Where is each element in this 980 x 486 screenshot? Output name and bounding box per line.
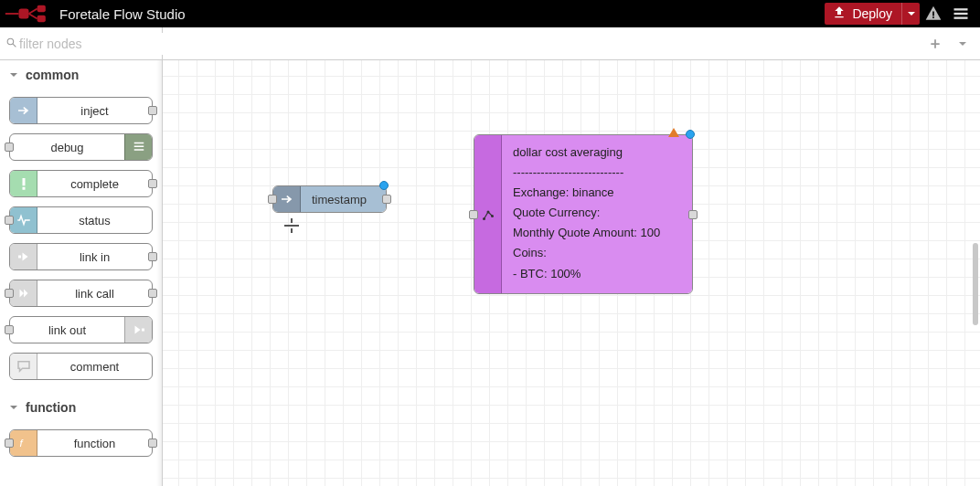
add-flow-button[interactable] (923, 32, 947, 56)
category-header-common[interactable]: common (0, 60, 162, 90)
deploy-icon (832, 5, 847, 23)
app-header: Foretale Flow Studio Deploy (0, 0, 980, 27)
bars-icon (124, 134, 152, 160)
palette-node-label: inject (37, 104, 152, 118)
svg-line-2 (29, 9, 37, 15)
deploy-button[interactable]: Deploy (825, 3, 920, 25)
port-in[interactable] (5, 438, 14, 448)
svg-rect-14 (133, 146, 144, 148)
fx-icon: f (10, 430, 37, 456)
svg-rect-13 (133, 143, 144, 144)
svg-rect-8 (954, 8, 968, 10)
search-icon (5, 36, 17, 52)
node-warning-icon (668, 128, 679, 137)
flow-canvas[interactable]: timestamp dollar cost averaging --------… (163, 60, 980, 486)
palette-node-label: link out (10, 323, 124, 337)
main-menu-icon[interactable] (947, 5, 975, 23)
node-dca[interactable]: dollar cost averaging ------------------… (474, 134, 693, 294)
svg-text:f: f (19, 438, 24, 449)
port-out[interactable] (148, 438, 157, 448)
category-label: function (26, 400, 76, 415)
palette-node-label: comment (37, 360, 152, 374)
palette-filter-wrap (0, 27, 163, 59)
port-in[interactable] (5, 325, 14, 334)
category-header-function[interactable]: function (0, 393, 162, 422)
alerts-icon[interactable] (920, 5, 947, 23)
palette-node-status[interactable]: status (9, 206, 153, 234)
svg-rect-15 (133, 149, 144, 151)
palette-node-label: function (37, 437, 152, 450)
port-out[interactable] (148, 252, 157, 261)
chevron-down-icon (9, 400, 18, 415)
svg-rect-16 (22, 178, 25, 185)
port-out[interactable] (148, 179, 157, 188)
palette-node-comment[interactable]: comment (9, 353, 153, 380)
toolbar (0, 27, 980, 60)
palette-node-complete[interactable]: complete (9, 170, 153, 197)
app-logo (4, 4, 54, 24)
vertical-scrollbar[interactable] (973, 243, 978, 325)
node-label: timestamp (312, 193, 367, 206)
palette-filter-input[interactable] (17, 33, 181, 55)
port-in[interactable] (5, 289, 14, 298)
svg-line-3 (29, 14, 37, 19)
port-out[interactable] (382, 195, 391, 204)
main: common inject debug comple (0, 60, 980, 486)
port-out[interactable] (148, 106, 157, 115)
svg-rect-1 (19, 9, 29, 19)
node-changed-dot (379, 181, 389, 190)
svg-rect-10 (954, 17, 968, 19)
svg-rect-6 (932, 12, 934, 16)
crosshair-cursor (284, 218, 299, 233)
svg-rect-17 (22, 187, 25, 190)
arrow-in-icon (10, 98, 37, 123)
port-in[interactable] (268, 195, 277, 204)
port-out[interactable] (148, 289, 157, 298)
svg-line-12 (13, 44, 16, 47)
palette-node-label: complete (37, 177, 152, 191)
canvas-wrap: timestamp dollar cost averaging --------… (163, 60, 980, 486)
port-in[interactable] (5, 143, 14, 152)
palette-node-label: status (37, 214, 152, 227)
speech-icon (10, 354, 37, 379)
category-label: common (26, 68, 79, 82)
deploy-label: Deploy (852, 6, 892, 21)
palette[interactable]: common inject debug comple (0, 60, 163, 486)
bang-icon (10, 171, 37, 196)
palette-node-link-out[interactable]: link out (9, 316, 153, 343)
node-changed-dot (686, 130, 695, 139)
link-in-icon (10, 244, 37, 269)
palette-node-link-in[interactable]: link in (9, 243, 153, 270)
svg-rect-5 (37, 16, 46, 22)
node-timestamp[interactable]: timestamp (272, 185, 387, 213)
link-call-icon (10, 280, 37, 306)
palette-node-label: debug (10, 141, 124, 154)
arrow-in-icon (273, 186, 301, 212)
port-out[interactable] (688, 210, 698, 219)
palette-node-function[interactable]: f function (9, 429, 153, 457)
svg-rect-4 (37, 5, 46, 12)
link-out-icon (124, 317, 152, 343)
node-text: dollar cost averaging ------------------… (513, 143, 660, 284)
svg-rect-7 (932, 16, 934, 18)
app-title: Foretale Flow Studio (59, 6, 186, 22)
flow-tabs-menu[interactable] (951, 32, 975, 56)
port-in[interactable] (5, 216, 14, 225)
deploy-menu-caret[interactable] (901, 3, 920, 25)
strategy-icon (474, 135, 502, 293)
palette-node-label: link call (37, 287, 152, 301)
node-body: dollar cost averaging ------------------… (502, 135, 692, 293)
palette-node-label: link in (37, 250, 152, 264)
palette-node-debug[interactable]: debug (9, 133, 153, 161)
port-in[interactable] (469, 210, 478, 219)
palette-node-link-call[interactable]: link call (9, 280, 153, 307)
svg-rect-9 (954, 13, 968, 15)
pulse-icon (10, 207, 37, 233)
palette-node-inject[interactable]: inject (9, 97, 153, 124)
chevron-down-icon (9, 68, 18, 82)
svg-point-11 (7, 38, 14, 45)
